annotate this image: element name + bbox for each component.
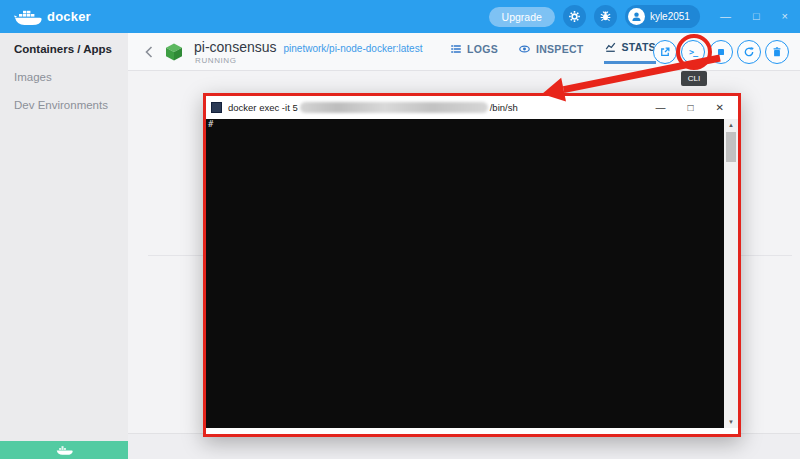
stop-button[interactable] xyxy=(709,40,733,64)
gear-icon xyxy=(568,10,581,23)
cli-button[interactable]: >_ xyxy=(681,40,705,64)
report-bug-button[interactable] xyxy=(594,5,617,28)
settings-button[interactable] xyxy=(563,5,586,28)
detail-tabs: LOGS INSPECT STATS xyxy=(450,41,656,64)
open-external-icon xyxy=(659,46,671,58)
container-detail-header: pi-consensus pinetwork/pi-node-docker:la… xyxy=(128,33,800,71)
person-icon xyxy=(630,10,643,23)
docker-desktop-window: docker Upgrade xyxy=(0,0,800,459)
cli-tooltip: CLI xyxy=(681,71,707,86)
whale-footer-icon xyxy=(56,444,73,456)
terminal-titlebar[interactable]: docker exec -it 5/bin/sh — □ ✕ xyxy=(206,96,738,119)
terminal-title: docker exec -it 5/bin/sh xyxy=(228,102,518,114)
open-in-browser-button[interactable] xyxy=(653,40,677,64)
sidebar-item-images[interactable]: Images xyxy=(0,65,128,89)
terminal-body: # ▲ ▼ xyxy=(206,119,738,428)
sidebar: Containers / Apps Images Dev Environment… xyxy=(0,33,128,441)
sidebar-item-dev-environments[interactable]: Dev Environments xyxy=(0,93,128,117)
terminal-minimize-button[interactable]: — xyxy=(656,103,666,113)
restart-button[interactable] xyxy=(737,40,761,64)
container-action-buttons: >_ xyxy=(653,40,789,64)
back-button[interactable] xyxy=(144,45,154,63)
sidebar-item-containers-apps[interactable]: Containers / Apps xyxy=(0,37,128,61)
header-right-group: Upgrade xyxy=(489,0,792,33)
terminal-title-prefix: docker exec -it 5 xyxy=(228,102,298,113)
docker-logo: docker xyxy=(14,7,91,27)
chart-icon xyxy=(604,41,617,53)
restart-icon xyxy=(743,46,755,58)
app-maximize-button[interactable]: □ xyxy=(753,11,760,22)
tab-stats-label: STATS xyxy=(622,41,656,53)
tab-inspect-label: INSPECT xyxy=(536,43,584,55)
terminal-cli-icon: >_ xyxy=(689,47,697,57)
scrollbar-thumb[interactable] xyxy=(726,132,736,162)
terminal-close-button[interactable]: ✕ xyxy=(716,103,724,113)
scroll-up-icon[interactable]: ▲ xyxy=(728,119,734,131)
terminal-screen[interactable]: # xyxy=(206,119,724,428)
logs-icon xyxy=(450,43,462,55)
tab-logs[interactable]: LOGS xyxy=(450,41,498,64)
terminal-window-controls: — □ ✕ xyxy=(656,96,724,119)
shell-prompt: # xyxy=(208,119,213,129)
avatar xyxy=(628,8,645,25)
container-name: pi-consensus xyxy=(194,39,277,55)
container-image-link[interactable]: pinetwork/pi-node-docker:latest xyxy=(284,43,423,54)
stop-icon xyxy=(715,46,727,58)
trash-icon xyxy=(771,46,783,58)
user-account-button[interactable]: kyle2051 xyxy=(625,5,700,28)
tab-inspect[interactable]: INSPECT xyxy=(518,41,584,64)
username: kyle2051 xyxy=(650,11,690,22)
app-window-controls: — □ × xyxy=(720,11,788,22)
upgrade-button[interactable]: Upgrade xyxy=(489,7,555,27)
terminal-maximize-button[interactable]: □ xyxy=(688,103,694,113)
bug-icon xyxy=(599,10,612,23)
docker-whale-icon xyxy=(14,7,42,27)
app-close-button[interactable]: × xyxy=(782,11,788,22)
brand-name: docker xyxy=(47,9,91,24)
app-minimize-button[interactable]: — xyxy=(720,11,731,22)
chevron-left-icon xyxy=(144,45,154,59)
redacted-container-id xyxy=(300,102,488,113)
container-title-row: pi-consensus pinetwork/pi-node-docker:la… xyxy=(194,39,422,55)
cli-terminal-window: docker exec -it 5/bin/sh — □ ✕ # ▲ ▼ xyxy=(203,93,741,437)
app-header: docker Upgrade xyxy=(0,0,800,33)
terminal-scrollbar[interactable]: ▲ ▼ xyxy=(724,119,738,428)
tab-stats[interactable]: STATS xyxy=(604,41,656,64)
terminal-app-icon xyxy=(211,102,222,113)
sidebar-footer xyxy=(0,441,128,459)
terminal-title-suffix: /bin/sh xyxy=(490,102,518,113)
tab-logs-label: LOGS xyxy=(467,43,498,55)
eye-icon xyxy=(518,43,531,55)
delete-button[interactable] xyxy=(765,40,789,64)
scroll-down-icon[interactable]: ▼ xyxy=(728,416,734,428)
container-package-icon xyxy=(164,42,184,66)
container-status: RUNNING xyxy=(195,56,237,65)
